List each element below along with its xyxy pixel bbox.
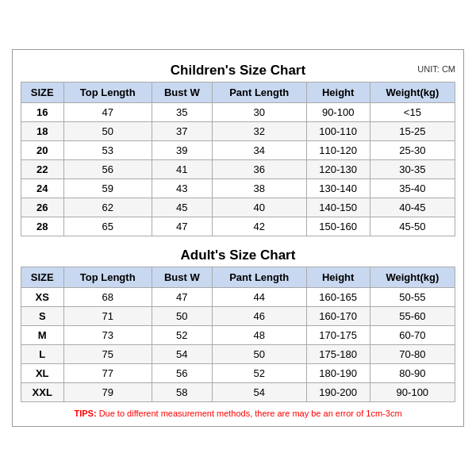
table-cell: 170-175: [306, 326, 370, 345]
table-cell: 58: [152, 383, 212, 402]
table-cell: 100-110: [306, 122, 370, 141]
adults-col-height: Height: [306, 267, 370, 288]
table-cell: 68: [63, 288, 152, 307]
table-cell: 56: [63, 160, 152, 179]
table-cell: 34: [212, 141, 306, 160]
tips-text: Due to different measurement methods, th…: [99, 409, 402, 418]
table-cell: 54: [152, 345, 212, 364]
table-cell: M: [21, 326, 64, 345]
table-cell: 26: [21, 198, 64, 217]
table-cell: 79: [63, 383, 152, 402]
table-row: XL775652180-19080-90: [21, 364, 455, 383]
table-cell: 41: [152, 160, 212, 179]
table-cell: 90-100: [370, 383, 455, 402]
table-cell: 77: [63, 364, 152, 383]
table-cell: 40: [212, 198, 306, 217]
table-cell: 47: [152, 288, 212, 307]
table-cell: 22: [21, 160, 64, 179]
table-cell: 39: [152, 141, 212, 160]
table-cell: 120-130: [306, 160, 370, 179]
table-cell: XS: [21, 288, 64, 307]
table-cell: 140-150: [306, 198, 370, 217]
children-title: Children's Size Chart UNIT: CM: [21, 58, 455, 82]
children-title-text: Children's Size Chart: [171, 63, 305, 78]
table-row: 1647353090-100<15: [21, 103, 455, 122]
table-cell: 20: [21, 141, 64, 160]
table-cell: 75: [63, 345, 152, 364]
table-cell: 50-55: [370, 288, 455, 307]
table-row: 24594338130-14035-40: [21, 179, 455, 198]
table-cell: 130-140: [306, 179, 370, 198]
table-cell: 160-165: [306, 288, 370, 307]
table-cell: 50: [63, 122, 152, 141]
table-cell: XL: [21, 364, 64, 383]
table-row: 22564136120-13030-35: [21, 160, 455, 179]
children-col-pantlength: Pant Length: [212, 83, 306, 103]
table-cell: 35: [152, 103, 212, 122]
table-cell: 180-190: [306, 364, 370, 383]
table-cell: 71: [63, 307, 152, 326]
table-cell: <15: [370, 103, 455, 122]
table-cell: 15-25: [370, 122, 455, 141]
children-size-table: SIZE Top Length Bust W Pant Length Heigh…: [21, 82, 455, 236]
table-cell: 40-45: [370, 198, 455, 217]
table-cell: 90-100: [306, 103, 370, 122]
adults-col-size: SIZE: [21, 267, 64, 288]
table-cell: 32: [212, 122, 306, 141]
table-cell: 62: [63, 198, 152, 217]
adults-title: Adult's Size Chart: [21, 243, 455, 267]
children-header-row: SIZE Top Length Bust W Pant Length Heigh…: [21, 83, 455, 103]
table-cell: 54: [212, 383, 306, 402]
table-cell: 73: [63, 326, 152, 345]
children-col-size: SIZE: [21, 83, 64, 103]
table-cell: 55-60: [370, 307, 455, 326]
table-cell: 190-200: [306, 383, 370, 402]
children-col-weight: Weight(kg): [370, 83, 455, 103]
table-cell: 30-35: [370, 160, 455, 179]
table-cell: XXL: [21, 383, 64, 402]
table-row: 26624540140-15040-45: [21, 198, 455, 217]
table-cell: 53: [63, 141, 152, 160]
table-cell: 60-70: [370, 326, 455, 345]
table-cell: 37: [152, 122, 212, 141]
table-cell: 59: [63, 179, 152, 198]
table-cell: 45: [152, 198, 212, 217]
table-cell: 56: [152, 364, 212, 383]
table-row: 20533934110-12025-30: [21, 141, 455, 160]
tips-label: TIPS:: [74, 409, 96, 418]
table-cell: 36: [212, 160, 306, 179]
table-cell: 175-180: [306, 345, 370, 364]
table-cell: 46: [212, 307, 306, 326]
table-cell: 25-30: [370, 141, 455, 160]
table-cell: 52: [212, 364, 306, 383]
table-row: L755450175-18070-80: [21, 345, 455, 364]
table-cell: 47: [152, 217, 212, 236]
adults-col-toplength: Top Length: [63, 267, 152, 288]
table-cell: 110-120: [306, 141, 370, 160]
table-cell: 42: [212, 217, 306, 236]
adults-col-weight: Weight(kg): [370, 267, 455, 288]
table-cell: L: [21, 345, 64, 364]
children-col-bustw: Bust W: [152, 83, 212, 103]
adults-col-pantlength: Pant Length: [212, 267, 306, 288]
table-cell: 45-50: [370, 217, 455, 236]
table-row: XS684744160-16550-55: [21, 288, 455, 307]
table-cell: 16: [21, 103, 64, 122]
adults-header-row: SIZE Top Length Bust W Pant Length Heigh…: [21, 267, 455, 288]
table-cell: 18: [21, 122, 64, 141]
table-row: M735248170-17560-70: [21, 326, 455, 345]
table-row: 18503732100-11015-25: [21, 122, 455, 141]
table-cell: S: [21, 307, 64, 326]
children-col-toplength: Top Length: [63, 83, 152, 103]
table-cell: 30: [212, 103, 306, 122]
children-col-height: Height: [306, 83, 370, 103]
adults-size-table: SIZE Top Length Bust W Pant Length Heigh…: [21, 267, 455, 402]
table-cell: 24: [21, 179, 64, 198]
table-cell: 50: [152, 307, 212, 326]
table-cell: 43: [152, 179, 212, 198]
table-cell: 65: [63, 217, 152, 236]
adults-title-text: Adult's Size Chart: [181, 248, 296, 263]
table-cell: 47: [63, 103, 152, 122]
table-cell: 52: [152, 326, 212, 345]
table-cell: 50: [212, 345, 306, 364]
